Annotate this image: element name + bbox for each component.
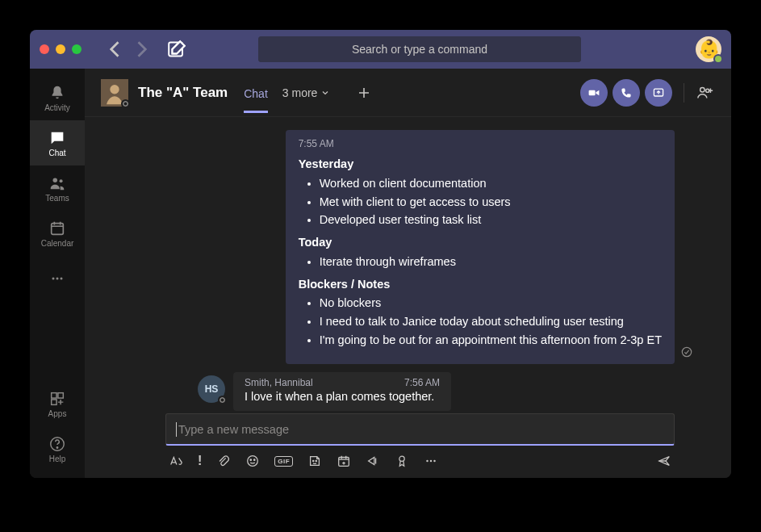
svg-rect-9	[52, 399, 56, 404]
svg-rect-3	[52, 223, 64, 234]
praise-button[interactable]	[395, 454, 409, 468]
minimize-window-button[interactable]	[56, 44, 65, 54]
sender-avatar[interactable]: HS	[198, 375, 225, 403]
gif-button[interactable]: GIF	[274, 456, 293, 467]
rail-more[interactable]	[30, 256, 85, 301]
svg-point-25	[399, 456, 404, 461]
svg-point-11	[56, 446, 57, 447]
add-people-button[interactable]	[696, 83, 715, 103]
svg-point-23	[316, 460, 316, 461]
more-actions-button[interactable]	[424, 454, 438, 468]
priority-button[interactable]: !	[198, 454, 202, 468]
attach-button[interactable]	[216, 454, 231, 468]
message-timestamp: 7:55 AM	[299, 136, 662, 151]
search-placeholder: Search or type a command	[352, 43, 487, 56]
rail-apps[interactable]: Apps	[30, 381, 85, 426]
svg-point-21	[254, 459, 255, 460]
svg-point-4	[52, 278, 55, 280]
rail-activity[interactable]: Activity	[30, 75, 85, 120]
profile-avatar[interactable]: 👶	[696, 36, 721, 62]
svg-rect-7	[52, 392, 56, 397]
svg-point-13	[110, 85, 119, 94]
presence-offline-icon	[218, 396, 227, 404]
stream-button[interactable]	[366, 454, 380, 468]
svg-rect-8	[58, 392, 63, 397]
message-input[interactable]: Type a new message	[165, 413, 675, 446]
compose-toolbar: ! GIF	[165, 446, 675, 468]
audio-call-button[interactable]	[613, 79, 640, 107]
chat-header: The "A" Team Chat 3 more	[85, 69, 731, 117]
tab-more-dropdown[interactable]: 3 more	[282, 86, 331, 99]
svg-point-2	[60, 179, 63, 182]
svg-point-22	[313, 460, 314, 461]
window-controls	[40, 44, 82, 54]
sticker-button[interactable]	[307, 454, 322, 468]
message-incoming: HS Smith, Hannibal 7:56 AM I love it whe…	[198, 372, 451, 411]
svg-rect-14	[589, 90, 596, 94]
send-button[interactable]	[657, 454, 671, 468]
emoji-button[interactable]	[245, 454, 260, 468]
svg-point-18	[682, 347, 691, 356]
rail-help[interactable]: Help	[30, 426, 85, 471]
svg-point-6	[61, 278, 63, 280]
teams-app-window: Search or type a command 👶 Activity Chat…	[30, 30, 731, 478]
svg-point-1	[53, 178, 58, 182]
svg-point-28	[433, 460, 436, 463]
compose-area: Type a new message ! GIF	[85, 413, 731, 478]
rail-teams[interactable]: Teams	[30, 165, 85, 211]
message-bubble[interactable]: 7:55 AM Yesterday Worked on client docum…	[286, 130, 675, 364]
chevron-down-icon	[320, 88, 330, 98]
share-screen-button[interactable]	[645, 79, 672, 107]
nav-back-button[interactable]	[104, 38, 127, 61]
app-rail: Activity Chat Teams Calendar Apps	[30, 69, 85, 478]
divider	[684, 83, 684, 103]
message-bubble[interactable]: Smith, Hannibal 7:56 AM I love it when a…	[233, 372, 451, 411]
message-list: 7:55 AM Yesterday Worked on client docum…	[85, 117, 731, 413]
svg-point-16	[700, 87, 705, 92]
message-timestamp: 7:56 AM	[404, 377, 440, 388]
svg-point-20	[250, 459, 251, 460]
add-tab-button[interactable]	[354, 83, 374, 103]
read-receipt-icon	[681, 346, 692, 361]
message-text: I love it when a plan comes together.	[245, 390, 440, 403]
close-window-button[interactable]	[40, 44, 49, 54]
svg-point-5	[56, 278, 59, 280]
presence-offline-icon	[121, 99, 130, 108]
sender-name: Smith, Hannibal	[245, 377, 313, 388]
search-input[interactable]: Search or type a command	[258, 36, 581, 62]
svg-point-27	[430, 460, 433, 463]
new-chat-button[interactable]	[165, 38, 188, 61]
schedule-meeting-button[interactable]	[337, 454, 351, 468]
chat-avatar[interactable]	[101, 79, 128, 107]
chat-title: The "A" Team	[138, 85, 228, 101]
titlebar: Search or type a command 👶	[30, 30, 731, 69]
rail-calendar[interactable]: Calendar	[30, 211, 85, 256]
format-button[interactable]	[169, 454, 183, 468]
presence-available-icon	[713, 54, 723, 64]
chat-pane: The "A" Team Chat 3 more	[85, 69, 731, 478]
message-input-placeholder: Type a new message	[178, 423, 289, 436]
nav-forward-button[interactable]	[130, 38, 153, 61]
rail-chat[interactable]: Chat	[30, 120, 85, 165]
svg-point-19	[248, 456, 258, 467]
svg-point-26	[426, 460, 429, 463]
video-call-button[interactable]	[580, 79, 608, 107]
maximize-window-button[interactable]	[72, 44, 82, 54]
message-outgoing: 7:55 AM Yesterday Worked on client docum…	[286, 130, 675, 364]
tab-chat[interactable]: Chat	[244, 73, 268, 113]
